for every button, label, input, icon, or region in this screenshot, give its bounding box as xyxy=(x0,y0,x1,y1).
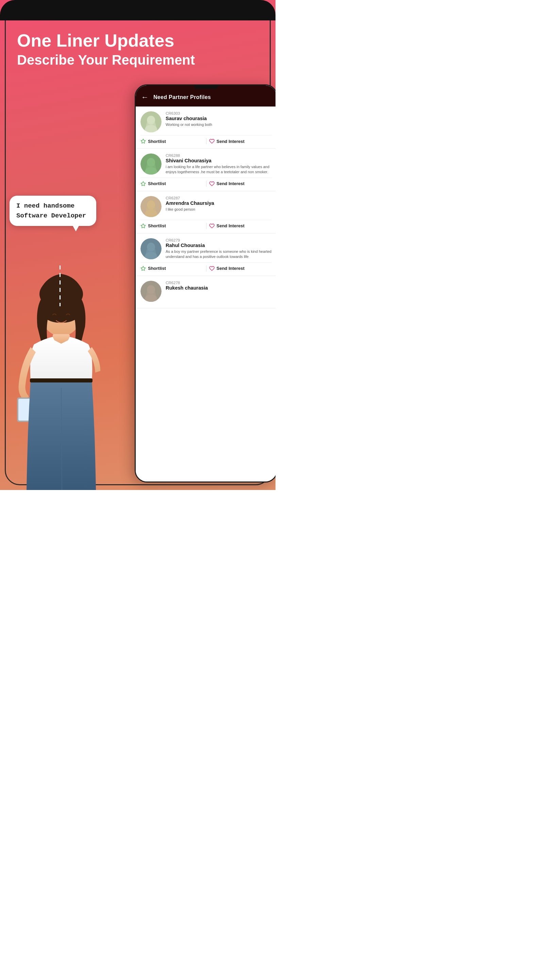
headline-block: One Liner Updates Describe Your Requirem… xyxy=(17,30,195,68)
profile-name[interactable]: Saurav chourasia xyxy=(166,116,272,121)
profile-avatar[interactable] xyxy=(140,281,162,302)
profile-card: CR6278 Rukesh chaurasia xyxy=(136,276,275,308)
speech-bubble: I need handsome Software Developer xyxy=(10,196,96,226)
shortlist-button[interactable]: Shortlist xyxy=(140,223,203,229)
headline-sub: Describe Your Requirement xyxy=(17,52,195,68)
profile-desc: Working or not working both xyxy=(166,122,272,127)
speech-bubble-text: I need handsome Software Developer xyxy=(16,201,89,221)
send-interest-button[interactable]: Send Interest xyxy=(209,138,272,144)
svg-marker-14 xyxy=(141,181,145,186)
profile-actions: Shortlist Send Interest xyxy=(140,220,272,233)
headline-main: One Liner Updates xyxy=(17,30,195,51)
profile-name[interactable]: Amrendra Chaursiya xyxy=(166,200,272,206)
profile-desc: I like good person xyxy=(166,207,272,212)
profile-code: CR6303 xyxy=(166,111,272,115)
inner-phone: ← Need Partner Profiles CR6303 Saurav ch… xyxy=(135,84,275,482)
profile-code: CR6288 xyxy=(166,153,272,158)
profile-actions: Shortlist Send Interest xyxy=(140,178,272,191)
profile-avatar[interactable] xyxy=(140,196,162,217)
profile-desc: i am looking for a life partner who beli… xyxy=(166,164,272,175)
profile-avatar[interactable] xyxy=(140,238,162,259)
profile-card: CR6287 Amrendra Chaursiya I like good pe… xyxy=(136,191,275,234)
profile-avatar[interactable] xyxy=(140,153,162,175)
shortlist-button[interactable]: Shortlist xyxy=(140,266,203,271)
svg-rect-6 xyxy=(30,379,92,382)
profile-card: CR6279 Rahul Chourasia As a boy my partn… xyxy=(136,234,275,276)
svg-marker-18 xyxy=(141,224,145,228)
profile-card: CR6288 Shivani Chourasiya i am looking f… xyxy=(136,149,275,191)
profile-avatar[interactable] xyxy=(140,111,162,132)
dashed-line xyxy=(60,266,60,306)
send-interest-button[interactable]: Send Interest xyxy=(209,223,272,229)
profile-code: CR6278 xyxy=(166,281,272,285)
profile-list: CR6303 Saurav chourasia Working or not w… xyxy=(136,107,275,482)
shortlist-button[interactable]: Shortlist xyxy=(140,138,203,144)
app-header-title: Need Partner Profiles xyxy=(153,94,211,100)
profile-desc: As a boy my partner preference is someon… xyxy=(166,249,272,259)
profile-name[interactable]: Shivani Chourasiya xyxy=(166,158,272,163)
profile-card: CR6303 Saurav chourasia Working or not w… xyxy=(136,107,275,149)
back-arrow-icon[interactable]: ← xyxy=(141,93,149,102)
profile-actions: Shortlist Send Interest xyxy=(140,262,272,275)
profile-code: CR6279 xyxy=(166,238,272,242)
profile-name[interactable]: Rukesh chaurasia xyxy=(166,285,272,291)
profile-actions: Shortlist Send Interest xyxy=(140,135,272,148)
svg-marker-22 xyxy=(141,266,145,270)
profile-code: CR6287 xyxy=(166,196,272,200)
send-interest-button[interactable]: Send Interest xyxy=(209,181,272,186)
svg-marker-10 xyxy=(141,139,145,143)
send-interest-button[interactable]: Send Interest xyxy=(209,266,272,271)
shortlist-button[interactable]: Shortlist xyxy=(140,181,203,186)
profile-name[interactable]: Rahul Chourasia xyxy=(166,243,272,248)
woman-figure xyxy=(0,272,122,490)
